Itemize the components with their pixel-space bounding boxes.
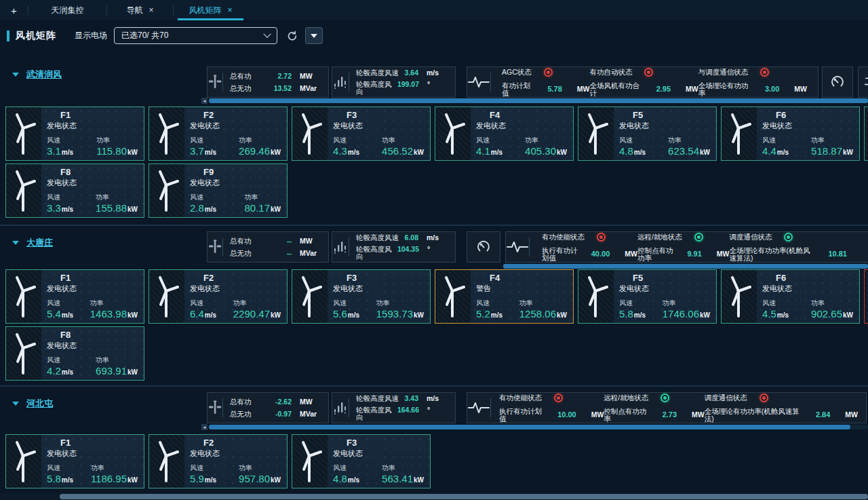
summary-unit: MVar [300, 410, 321, 418]
metric-unit: m/s [62, 206, 73, 213]
collapse-arrow-icon[interactable] [12, 402, 19, 406]
wind-turbine-icon [584, 113, 608, 155]
turbine-card[interactable]: F6发电状态风速4.5m/s功率902.65kW [721, 269, 860, 324]
farm-filter-select[interactable]: 已选70/ 共70 [114, 27, 277, 44]
turbine-card[interactable]: F8发电状态风速4.2m/s功率693.91kW [5, 326, 144, 381]
power-metric: 功率693.91kW [96, 357, 138, 376]
turbine-card[interactable]: F9发电状态风速2.8m/s功率80.17kW [149, 164, 288, 218]
metric-unit: m/s [777, 312, 789, 319]
wind-bars-icon [332, 75, 349, 90]
tab-tianrun-jikong[interactable]: 天润集控 [28, 0, 106, 20]
status-row: 远程/就地状态 [637, 233, 730, 242]
metric-label: 功率 [96, 194, 138, 201]
metric-value-row: 4.8m/s [619, 146, 646, 156]
metric-value-row: 5.8m/s [619, 309, 646, 319]
section-horizontal-scrollbar[interactable]: ◂ [201, 98, 868, 104]
farm-name-link[interactable]: 河北屯 [26, 398, 53, 410]
page-horizontal-scrollbar[interactable] [0, 493, 868, 500]
turbine-card[interactable]: F5发电状态风速4.8m/s功率623.54kW [578, 107, 717, 161]
turbine-card-body: F3发电状态风速4.3m/s功率456.52kW [328, 107, 430, 160]
scrollbar-thumb[interactable] [209, 425, 850, 429]
turbine-card[interactable]: F2发电状态风速6.4m/s功率2290.47kW [149, 269, 288, 324]
expand-options-button[interactable] [305, 27, 323, 44]
scrollbar-thumb[interactable] [503, 264, 868, 269]
turbine-card[interactable]: F8发电状态风速3.3m/s功率155.88kW [5, 164, 144, 218]
turbine-card[interactable]: F2发电状态风速3.7m/s功率269.46kW [149, 107, 288, 161]
turbine-metrics: 风速3.7m/s功率269.46kW [190, 137, 281, 156]
gauge-summary-box[interactable] [822, 66, 853, 98]
turbine-card-row: F1发电状态风速3.1m/s功率115.80kWF2发电状态风速3.7m/s功率… [5, 107, 868, 161]
summary-unit: MW [300, 73, 321, 80]
scrollbar-thumb[interactable] [60, 494, 868, 499]
turbine-card[interactable]: F6发电状态风速4.4m/s功率518.87kW [721, 107, 860, 161]
metric-label: 功率 [244, 194, 281, 201]
tab-close-icon[interactable]: × [227, 5, 232, 15]
farm-name-link[interactable]: 武清润风 [26, 69, 62, 81]
refresh-button[interactable] [287, 31, 298, 41]
summary-unit: ° [427, 406, 448, 414]
tab-close-icon[interactable]: × [149, 5, 153, 15]
status-unit: MW [591, 411, 604, 419]
turbine-card-body: F5发电状态风速5.8m/s功率1746.06kW [614, 270, 716, 323]
status-value-row: 全场风机有功合计2.95MW [589, 82, 698, 96]
turbine-card[interactable]: F3发电状态风速4.3m/s功率456.52kW [292, 107, 431, 161]
turbine-card[interactable]: F3发电状态风速5.6m/s功率1593.73kW [292, 269, 431, 324]
turbine-card-body: F4发电状态风速4.1m/s功率405.30kW [471, 107, 573, 160]
status-group: 远程/就地状态控制点有功功率9.91MW [637, 233, 730, 261]
metric-unit: m/s [348, 477, 359, 484]
scrollbar-left-arrow[interactable]: ◂ [201, 424, 208, 430]
new-tab-button[interactable]: + [0, 0, 28, 20]
wind-speed-metric: 风速4.1m/s [476, 137, 502, 156]
collapse-arrow-icon[interactable] [12, 241, 19, 245]
turbine-icon-panel [435, 107, 471, 160]
turbine-card[interactable]: F4发电状态风速4.1m/s功率405.30kW [435, 107, 574, 161]
metric-value: 1746.06 [663, 309, 699, 319]
status-group: 与调度通信状态全场理论有功功率3.00MW [698, 68, 807, 96]
metric-unit: m/s [348, 312, 359, 319]
scrollbar-track[interactable] [209, 98, 868, 103]
wind-turbine-icon [441, 275, 465, 318]
metric-unit: kW [557, 149, 567, 156]
metric-value: 269.46 [239, 146, 270, 156]
turbine-card-body: F8发电状态风速3.3m/s功率155.88kW [41, 164, 144, 217]
turbine-card[interactable]: 风速功率 [864, 269, 868, 324]
metric-value: 4.3 [333, 146, 347, 156]
turbine-icon-panel [435, 270, 471, 323]
section-horizontal-scrollbar[interactable] [503, 263, 868, 269]
tab-wind-matrix[interactable]: 风机矩阵 × [174, 0, 248, 20]
collapse-arrow-icon[interactable] [12, 73, 19, 77]
scrollbar-thumb[interactable] [209, 98, 868, 103]
metric-value-row: 5.2m/s [476, 309, 502, 319]
metric-value: 5.2 [476, 309, 490, 319]
metric-label: 功率 [96, 137, 138, 144]
turbine-card[interactable]: F1发电状态风速3.1m/s功率115.80kW [5, 107, 144, 161]
scrollbar-track[interactable] [503, 264, 868, 269]
metric-label: 风速 [47, 357, 73, 364]
scrollbar-track[interactable] [209, 425, 868, 429]
summary-label: 轮毂高度风速 [356, 234, 399, 242]
summary-value: 3.64 [405, 69, 418, 77]
gauge-summary-box[interactable] [467, 231, 500, 263]
metric-label: 风速 [762, 137, 789, 144]
turbine-card[interactable]: F4警告风速5.2m/s功率1258.06kW [435, 269, 574, 324]
turbine-card[interactable]: F2发电状态风速5.9m/s功率957.80kW [149, 434, 288, 488]
metric-value: 4.8 [619, 146, 633, 156]
farm-name-link[interactable]: 大唐庄 [26, 237, 53, 249]
turbine-icon-panel [149, 164, 184, 217]
tab-navigation[interactable]: 导航 × [107, 0, 173, 20]
wind-bars-icon [332, 400, 349, 415]
scrollbar-left-arrow[interactable]: ◂ [201, 98, 208, 104]
turbine-status: 发电状态 [47, 178, 138, 187]
metric-label: 风速 [190, 137, 216, 144]
turbine-card[interactable]: F3发电状态风速4.8m/s功率563.41kW [292, 434, 431, 488]
section-horizontal-scrollbar[interactable]: ◂ [201, 424, 868, 430]
summary-rows: 轮毂高度风速6.08m/s轮毂高度风向104.35° [349, 234, 455, 261]
turbine-card[interactable]: 风速功率 [864, 107, 868, 161]
farm-wind-summary-box: 轮毂高度风速3.64m/s轮毂高度风向199.07° [332, 66, 456, 98]
summary-row: 轮毂高度风向164.66° [356, 406, 448, 421]
turbine-card[interactable]: F5发电状态风速5.8m/s功率1746.06kW [578, 269, 717, 324]
turbine-card[interactable]: F1发电状态风速5.8m/s功率1186.95kW [5, 434, 144, 488]
summary-unit: MVar [300, 85, 321, 92]
turbine-card[interactable]: F1发电状态风速5.4m/s功率1463.98kW [5, 269, 144, 324]
metric-value: 563.41 [382, 474, 413, 484]
